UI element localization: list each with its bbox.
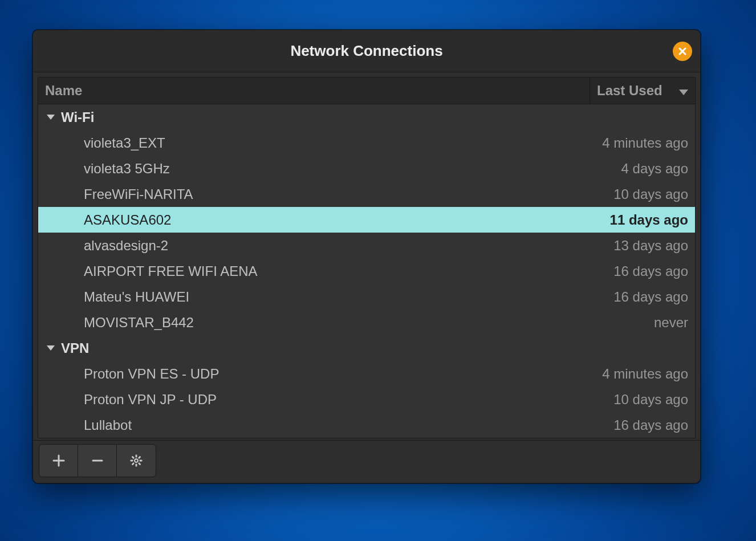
connection-name: Mateu's HUAWEI [84,289,189,305]
connection-name: violeta3_EXT [84,135,165,151]
connection-last-used: 16 days ago [613,289,688,305]
connection-name: Proton VPN JP - UDP [84,392,217,408]
titlebar: Network Connections [33,30,700,72]
svg-rect-6 [132,456,135,459]
minus-icon [91,454,104,467]
connection-last-used: 10 days ago [613,392,688,408]
connection-name: ASAKUSA602 [84,212,171,228]
chevron-down-icon [44,345,58,351]
connection-rows: Wi-Fivioleta3_EXT4 minutes agovioleta3 5… [38,104,695,438]
close-icon [678,47,687,56]
connection-name: FreeWiFi-NARITA [84,186,193,202]
svg-rect-5 [132,462,135,466]
group-label: VPN [61,340,89,356]
connection-group[interactable]: VPN [38,335,695,361]
connection-item[interactable]: ASAKUSA60211 days ago [38,207,695,233]
connection-name: violeta3 5GHz [84,161,170,177]
connection-item[interactable]: alvasdesign-213 days ago [38,233,695,258]
remove-connection-button[interactable] [78,445,117,477]
connection-last-used: 13 days ago [613,238,688,254]
connection-item[interactable]: AIRPORT FREE WIFI AENA16 days ago [38,258,695,284]
connection-last-used: 4 minutes ago [602,366,688,382]
group-label: Wi-Fi [61,109,94,125]
connection-last-used: 11 days ago [610,212,688,228]
connection-last-used: never [654,315,688,331]
connection-item[interactable]: violeta3_EXT4 minutes ago [38,130,695,156]
connection-name: AIRPORT FREE WIFI AENA [84,263,258,279]
connection-list: Name Last Used Wi-Fivioleta3_EXT4 minute… [38,77,696,438]
connection-item[interactable]: Proton VPN ES - UDP4 minutes ago [38,361,695,387]
svg-rect-0 [136,455,137,458]
connection-name: Lullabot [84,417,132,433]
connection-item[interactable]: Lullabot16 days ago [38,412,695,438]
window-title: Network Connections [290,42,442,60]
connection-last-used: 4 minutes ago [602,135,688,151]
connection-item[interactable]: Proton VPN JP - UDP10 days ago [38,387,695,412]
connection-item[interactable]: violeta3 5GHz4 days ago [38,156,695,181]
connection-name: alvasdesign-2 [84,238,168,254]
connection-group[interactable]: Wi-Fi [38,104,695,130]
connection-last-used: 16 days ago [613,263,688,279]
toolbar-button-group [39,444,156,477]
sort-descending-icon [679,83,688,99]
chevron-down-icon [44,115,58,120]
connection-item[interactable]: FreeWiFi-NARITA10 days ago [38,181,695,207]
column-header-last-used-label: Last Used [597,83,662,99]
connection-list-area: Name Last Used Wi-Fivioleta3_EXT4 minute… [33,72,700,440]
settings-button[interactable] [117,445,156,477]
add-connection-button[interactable] [39,445,78,477]
close-button[interactable] [673,42,692,61]
connection-item[interactable]: Mateu's HUAWEI16 days ago [38,284,695,310]
network-connections-window: Network Connections Name Last Used Wi-Fi… [32,30,701,483]
connection-name: MOVISTAR_B442 [84,315,194,331]
connection-item[interactable]: MOVISTAR_B442never [38,310,695,335]
toolbar [33,440,700,483]
svg-rect-2 [131,460,133,462]
column-headers: Name Last Used [38,78,695,104]
svg-rect-4 [138,456,141,459]
connection-last-used: 4 days ago [621,161,688,177]
column-header-name[interactable]: Name [38,78,590,104]
svg-rect-3 [140,460,143,462]
plus-icon [52,454,65,467]
connection-last-used: 10 days ago [613,186,688,202]
connection-name: Proton VPN ES - UDP [84,366,219,382]
column-header-name-label: Name [45,83,82,99]
connection-last-used: 16 days ago [613,417,688,433]
gear-icon [129,454,143,467]
svg-rect-1 [136,464,137,467]
svg-rect-7 [138,462,141,466]
column-header-last-used[interactable]: Last Used [590,78,695,104]
